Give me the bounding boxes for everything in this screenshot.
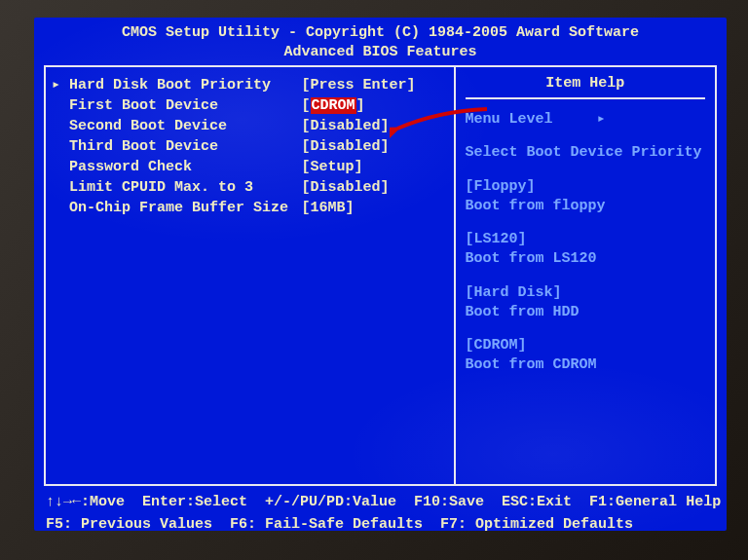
hint-save: F10:Save [414,492,484,514]
help-option-desc: Boot from LS120 [466,249,705,269]
hint-value: +/-/PU/PD:Value [265,492,396,514]
help-option-desc: Boot from floppy [466,197,705,216]
title-area: CMOS Setup Utility - Copyright (C) 1984-… [34,18,727,65]
setting-value[interactable]: [Setup] [302,157,448,177]
hint-optimized: F7: Optimized Defaults [440,514,633,532]
setting-value[interactable]: [Disabled] [302,136,448,157]
help-option-name: [CDROM] [466,336,705,355]
setting-label: On-Chip Frame Buffer Size [69,198,302,218]
setting-row[interactable]: Limit CPUID Max. to 3[Disabled] [52,177,448,198]
hint-previous: F5: Previous Values [46,514,212,532]
setting-row[interactable]: On-Chip Frame Buffer Size[16MB] [52,198,448,218]
hint-move: ↑↓→←:Move [46,492,125,514]
help-option: [CDROM]Boot from CDROM [466,336,705,376]
setting-label: First Boot Device [69,95,302,116]
setting-label: Second Boot Device [69,116,302,136]
setting-label: Third Boot Device [69,136,302,157]
main-area: ▸ Hard Disk Boot Priority[Press Enter] F… [34,65,727,486]
selected-value[interactable]: CDROM [311,97,356,114]
setting-row[interactable]: ▸ Hard Disk Boot Priority[Press Enter] [52,75,448,95]
setting-indent [52,198,69,218]
help-description: Select Boot Device Priority [466,143,705,163]
setting-value[interactable]: [Press Enter] [302,75,448,95]
hint-failsafe: F6: Fail-Safe Defaults [230,514,423,532]
help-option: [Hard Disk]Boot from HDD [466,283,705,323]
setting-indent [52,95,69,116]
bios-screen: CMOS Setup Utility - Copyright (C) 1984-… [34,18,727,531]
help-option-name: [Hard Disk] [466,283,705,303]
title-line-2: Advanced BIOS Features [34,43,727,62]
setting-value[interactable]: [CDROM] [302,95,448,116]
setting-value[interactable]: [Disabled] [302,116,448,136]
help-option-desc: Boot from HDD [466,303,705,322]
help-option-desc: Boot from CDROM [466,355,705,375]
help-option: [LS120]Boot from LS120 [466,230,705,270]
help-option: [Floppy]Boot from floppy [466,177,705,217]
help-title: Item Help [466,75,705,99]
setting-label: Hard Disk Boot Priority [69,75,302,95]
setting-label: Password Check [69,157,302,177]
monitor-frame: CMOS Setup Utility - Copyright (C) 1984-… [0,0,748,560]
setting-value[interactable]: [16MB] [302,198,448,218]
setting-value[interactable]: [Disabled] [302,177,448,198]
menu-level-label: Menu Level [466,111,553,128]
chevron-right-icon: ▸ [597,111,606,128]
help-option-name: [Floppy] [466,177,705,197]
help-panel: Item Help Menu Level ▸ Select Boot Devic… [455,65,717,486]
footer-row-1: ↑↓→←:Move Enter:Select +/-/PU/PD:Value F… [46,492,715,514]
setting-row[interactable]: Second Boot Device[Disabled] [52,116,448,136]
settings-panel: ▸ Hard Disk Boot Priority[Press Enter] F… [44,65,455,486]
hint-general-help: F1:General Help [589,492,721,514]
title-line-1: CMOS Setup Utility - Copyright (C) 1984-… [34,23,727,43]
hint-exit: ESC:Exit [502,492,572,514]
setting-indent [52,116,69,136]
submenu-arrow-icon: ▸ [52,75,69,95]
footer: ↑↓→←:Move Enter:Select +/-/PU/PD:Value F… [34,486,727,531]
setting-indent [52,157,69,177]
hint-select: Enter:Select [142,492,247,514]
setting-indent [52,136,69,157]
setting-indent [52,177,69,198]
setting-row[interactable]: Third Boot Device[Disabled] [52,136,448,157]
setting-row[interactable]: First Boot Device[CDROM] [52,95,448,116]
setting-row[interactable]: Password Check[Setup] [52,157,448,177]
setting-label: Limit CPUID Max. to 3 [69,177,302,198]
footer-row-2: F5: Previous Values F6: Fail-Safe Defaul… [46,514,715,532]
help-option-name: [LS120] [466,230,705,249]
